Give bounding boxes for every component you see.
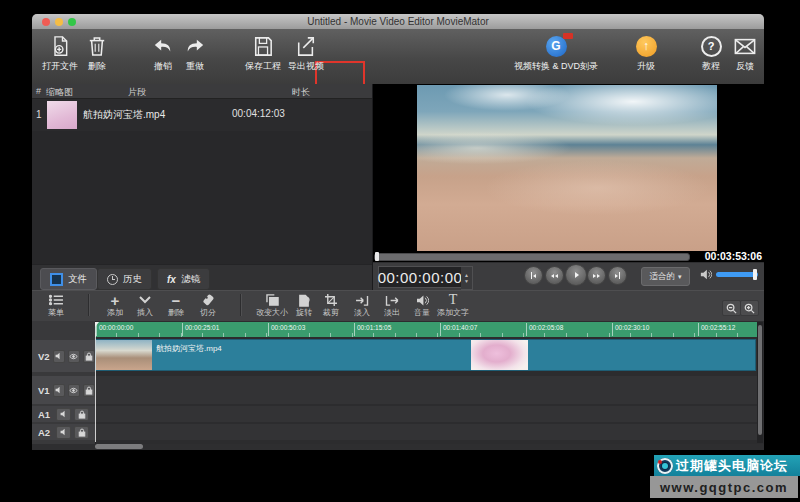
horizontal-scrollbar-thumb[interactable] — [95, 444, 143, 449]
chevron-down-icon — [139, 293, 151, 307]
upgrade-button[interactable]: ↑ 升级 — [614, 33, 678, 79]
delete-label: 删除 — [88, 61, 106, 71]
lock-icon[interactable] — [83, 350, 95, 363]
save-icon — [253, 33, 273, 59]
fade-in-button[interactable]: 淡入 — [354, 293, 370, 317]
remove-label: 删除 — [168, 308, 184, 317]
ruler-tick: 00:01:40:07 — [440, 323, 477, 336]
volume-slider[interactable] — [716, 272, 758, 277]
zoom-mode-value: 适合的 — [649, 271, 675, 283]
timecode-display[interactable]: 00:00:00:00 — [378, 266, 462, 288]
remove-button[interactable]: − 删除 — [168, 293, 184, 317]
seek-bar[interactable] — [374, 253, 690, 261]
track-v2-label: V2 — [38, 351, 50, 362]
fast-forward-button[interactable] — [587, 266, 606, 285]
delete-button[interactable]: 删除 — [65, 33, 129, 79]
track-header-a1: A1 — [32, 406, 95, 422]
resize-label: 改变大小 — [256, 308, 288, 317]
seek-handle[interactable] — [375, 252, 379, 261]
ruler-tick: 00:02:55:12 — [698, 323, 735, 336]
convert-dvd-label: 视频转换 & DVD刻录 — [514, 61, 598, 71]
track-lane-v1[interactable] — [95, 376, 757, 404]
chevron-down-icon: ▾ — [678, 273, 682, 281]
rewind-button[interactable] — [545, 266, 564, 285]
playhead-marker[interactable] — [95, 322, 99, 327]
feedback-button[interactable]: 反馈 — [713, 33, 777, 79]
eye-icon[interactable] — [68, 384, 80, 397]
track-a2-label: A2 — [38, 427, 53, 438]
redo-icon — [184, 33, 206, 59]
lock-icon[interactable] — [74, 408, 89, 421]
redo-label: 重做 — [186, 61, 204, 71]
timeline-menu-label: 菜单 — [48, 308, 64, 317]
vertical-scrollbar-thumb[interactable] — [758, 325, 762, 435]
track-lane-a2[interactable] — [95, 424, 757, 440]
fade-out-button[interactable]: 淡出 — [384, 293, 400, 317]
play-button[interactable] — [565, 264, 587, 286]
rotate-label: 旋转 — [296, 308, 312, 317]
volume-button[interactable]: 音量 — [414, 293, 430, 317]
media-duration: 00:04:12:03 — [232, 108, 285, 119]
split-icon — [202, 293, 215, 307]
menu-icon — [49, 293, 64, 307]
zoom-out-button[interactable] — [722, 300, 741, 316]
track-v1-label: V1 — [38, 385, 50, 396]
track-lane-a1[interactable] — [95, 406, 757, 422]
magnifier-minus-icon — [726, 303, 737, 314]
timecode-spinner[interactable]: ▲▼ — [461, 266, 473, 290]
lock-icon[interactable] — [74, 426, 89, 439]
watermark-url-bar: www.gqgtpc.com — [650, 476, 798, 498]
resize-icon — [266, 293, 279, 307]
title-bar: Untitled - Movie Video Editor MovieMator — [32, 14, 764, 30]
insert-label: 插入 — [137, 308, 153, 317]
export-video-button[interactable]: 导出视频 — [274, 33, 338, 79]
volume-icon — [416, 293, 429, 307]
media-list-header: # 缩略图 片段 时长 — [32, 84, 372, 99]
column-duration: 时长 — [292, 86, 310, 99]
resize-button[interactable]: 改变大小 — [256, 293, 288, 317]
text-icon: T — [449, 293, 458, 307]
tab-files[interactable]: 文件 — [40, 268, 97, 290]
clip-start-thumbnail — [96, 340, 152, 370]
rewind-icon — [551, 274, 554, 278]
add-text-button[interactable]: T 添加文字 — [437, 293, 469, 317]
lock-icon[interactable] — [83, 384, 95, 397]
tab-history-label: 历史 — [123, 273, 142, 286]
track-a1-label: A1 — [38, 409, 53, 420]
track-header-a2: A2 — [32, 424, 95, 440]
zoom-mode-dropdown[interactable]: 适合的 ▾ — [641, 267, 690, 286]
upgrade-label: 升级 — [637, 61, 655, 71]
crop-button[interactable]: 裁剪 — [323, 293, 339, 317]
ruler-tick: 00:00:00:00 — [96, 323, 133, 336]
crop-icon — [325, 293, 337, 307]
mute-track-icon[interactable] — [56, 426, 71, 439]
redo-button[interactable]: 重做 — [163, 33, 227, 79]
zoom-in-button[interactable] — [740, 300, 759, 316]
rotate-button[interactable]: 旋转 — [296, 293, 312, 317]
toolbar-separator — [240, 294, 242, 316]
mute-track-icon[interactable] — [56, 408, 71, 421]
tab-filters[interactable]: fx 滤镜 — [157, 268, 210, 290]
media-name: 航拍妫河宝塔.mp4 — [83, 108, 165, 122]
skip-to-end-button[interactable] — [608, 266, 627, 285]
tab-history[interactable]: 历史 — [97, 268, 152, 290]
timeline-menu-button[interactable]: 菜单 — [48, 293, 64, 317]
eye-icon[interactable] — [68, 350, 80, 363]
convert-dvd-button[interactable]: G 视频转换 & DVD刻录 — [491, 33, 621, 79]
skip-to-start-button[interactable] — [524, 266, 543, 285]
add-button[interactable]: + 添加 — [107, 293, 123, 317]
mute-track-icon[interactable] — [53, 384, 65, 397]
play-icon — [575, 272, 579, 278]
mute-track-icon[interactable] — [53, 350, 65, 363]
playhead[interactable] — [95, 322, 96, 442]
add-label: 添加 — [107, 308, 123, 317]
tab-filters-label: 滤镜 — [181, 273, 200, 286]
timeline-ruler[interactable]: 00:00:00:00 00:00:25:01 00:00:50:03 00:0… — [95, 322, 757, 337]
split-button[interactable]: 切分 — [200, 293, 216, 317]
watermark-banner: 过期罐头电脑论坛 — [654, 455, 800, 476]
volume-handle[interactable] — [753, 269, 757, 280]
ruler-tick: 00:01:15:05 — [354, 323, 391, 336]
insert-button[interactable]: 插入 — [137, 293, 153, 317]
timeline-clip[interactable]: 航拍妫河宝塔.mp4 — [95, 339, 756, 371]
media-list-row[interactable]: 1 航拍妫河宝塔.mp4 00:04:12:03 — [32, 99, 372, 131]
